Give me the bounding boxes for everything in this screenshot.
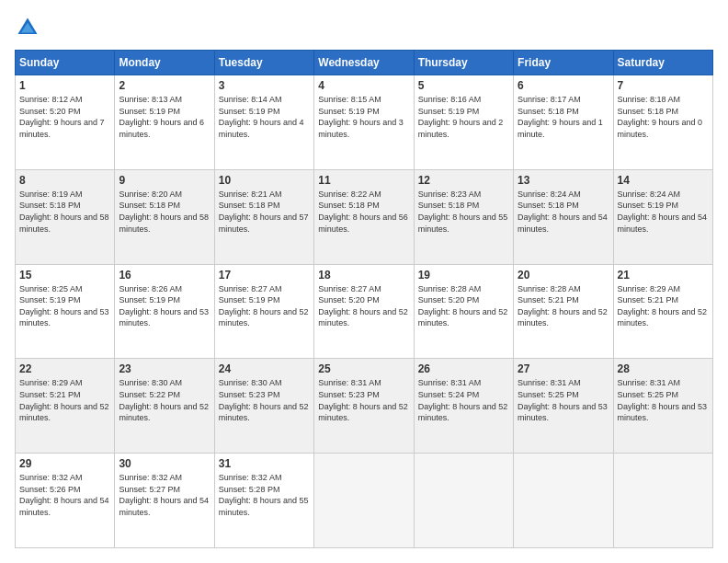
column-header-saturday: Saturday	[613, 51, 712, 75]
column-header-wednesday: Wednesday	[314, 51, 414, 75]
calendar-cell: 19Sunrise: 8:28 AMSunset: 5:20 PMDayligh…	[414, 264, 513, 359]
day-info: Sunrise: 8:16 AMSunset: 5:19 PMDaylight:…	[418, 94, 509, 140]
day-info: Sunrise: 8:21 AMSunset: 5:18 PMDaylight:…	[219, 189, 310, 235]
day-number: 14	[618, 174, 709, 187]
calendar-cell	[514, 454, 613, 548]
calendar-cell: 18Sunrise: 8:27 AMSunset: 5:20 PMDayligh…	[314, 264, 414, 359]
calendar-cell: 14Sunrise: 8:24 AMSunset: 5:19 PMDayligh…	[613, 169, 712, 264]
day-info: Sunrise: 8:28 AMSunset: 5:21 PMDaylight:…	[518, 283, 609, 329]
day-number: 28	[618, 362, 709, 375]
day-number: 20	[518, 269, 609, 282]
day-info: Sunrise: 8:32 AMSunset: 5:26 PMDaylight:…	[19, 472, 110, 518]
calendar-cell: 17Sunrise: 8:27 AMSunset: 5:19 PMDayligh…	[214, 264, 313, 359]
calendar-cell: 5Sunrise: 8:16 AMSunset: 5:19 PMDaylight…	[414, 75, 513, 170]
day-number: 26	[418, 362, 509, 375]
calendar-cell: 29Sunrise: 8:32 AMSunset: 5:26 PMDayligh…	[16, 454, 115, 548]
day-number: 25	[318, 362, 409, 375]
day-info: Sunrise: 8:31 AMSunset: 5:23 PMDaylight:…	[318, 377, 409, 423]
day-info: Sunrise: 8:31 AMSunset: 5:24 PMDaylight:…	[418, 377, 509, 423]
calendar-cell: 10Sunrise: 8:21 AMSunset: 5:18 PMDayligh…	[214, 169, 313, 264]
day-number: 2	[119, 79, 210, 92]
day-number: 19	[418, 269, 509, 282]
calendar-header-row: SundayMondayTuesdayWednesdayThursdayFrid…	[16, 51, 713, 75]
calendar-cell: 25Sunrise: 8:31 AMSunset: 5:23 PMDayligh…	[314, 359, 414, 454]
column-header-thursday: Thursday	[414, 51, 513, 75]
day-info: Sunrise: 8:27 AMSunset: 5:19 PMDaylight:…	[219, 283, 310, 329]
calendar-cell	[314, 454, 414, 548]
calendar-cell: 9Sunrise: 8:20 AMSunset: 5:18 PMDaylight…	[115, 169, 214, 264]
day-info: Sunrise: 8:13 AMSunset: 5:19 PMDaylight:…	[119, 94, 210, 140]
day-number: 12	[418, 174, 509, 187]
day-number: 21	[618, 269, 709, 282]
calendar-cell: 20Sunrise: 8:28 AMSunset: 5:21 PMDayligh…	[514, 264, 613, 359]
calendar-cell: 8Sunrise: 8:19 AMSunset: 5:18 PMDaylight…	[16, 169, 115, 264]
logo	[15, 15, 44, 40]
calendar-cell: 7Sunrise: 8:18 AMSunset: 5:18 PMDaylight…	[613, 75, 712, 170]
day-number: 5	[418, 79, 509, 92]
day-number: 8	[19, 174, 110, 187]
day-info: Sunrise: 8:30 AMSunset: 5:22 PMDaylight:…	[119, 377, 210, 423]
calendar-week-row: 22Sunrise: 8:29 AMSunset: 5:21 PMDayligh…	[16, 359, 713, 454]
day-number: 24	[219, 362, 310, 375]
day-number: 6	[518, 79, 609, 92]
day-number: 27	[518, 362, 609, 375]
calendar-cell: 13Sunrise: 8:24 AMSunset: 5:18 PMDayligh…	[514, 169, 613, 264]
day-number: 4	[318, 79, 409, 92]
day-number: 30	[119, 457, 210, 470]
header	[15, 15, 713, 40]
day-number: 10	[219, 174, 310, 187]
calendar-cell: 22Sunrise: 8:29 AMSunset: 5:21 PMDayligh…	[16, 359, 115, 454]
column-header-friday: Friday	[514, 51, 613, 75]
calendar-table: SundayMondayTuesdayWednesdayThursdayFrid…	[15, 50, 713, 548]
day-info: Sunrise: 8:32 AMSunset: 5:27 PMDaylight:…	[119, 472, 210, 518]
day-info: Sunrise: 8:32 AMSunset: 5:28 PMDaylight:…	[219, 472, 310, 518]
calendar-cell: 6Sunrise: 8:17 AMSunset: 5:18 PMDaylight…	[514, 75, 613, 170]
calendar-cell: 24Sunrise: 8:30 AMSunset: 5:23 PMDayligh…	[214, 359, 313, 454]
day-info: Sunrise: 8:29 AMSunset: 5:21 PMDaylight:…	[618, 283, 709, 329]
calendar-cell: 12Sunrise: 8:23 AMSunset: 5:18 PMDayligh…	[414, 169, 513, 264]
day-number: 31	[219, 457, 310, 470]
day-info: Sunrise: 8:17 AMSunset: 5:18 PMDaylight:…	[518, 94, 609, 140]
calendar-cell: 27Sunrise: 8:31 AMSunset: 5:25 PMDayligh…	[514, 359, 613, 454]
calendar-cell: 28Sunrise: 8:31 AMSunset: 5:25 PMDayligh…	[613, 359, 712, 454]
day-info: Sunrise: 8:14 AMSunset: 5:19 PMDaylight:…	[219, 94, 310, 140]
day-info: Sunrise: 8:31 AMSunset: 5:25 PMDaylight:…	[618, 377, 709, 423]
day-number: 16	[119, 269, 210, 282]
day-number: 3	[219, 79, 310, 92]
day-info: Sunrise: 8:12 AMSunset: 5:20 PMDaylight:…	[19, 94, 110, 140]
calendar-cell: 31Sunrise: 8:32 AMSunset: 5:28 PMDayligh…	[214, 454, 313, 548]
column-header-tuesday: Tuesday	[214, 51, 313, 75]
calendar-cell: 23Sunrise: 8:30 AMSunset: 5:22 PMDayligh…	[115, 359, 214, 454]
day-number: 18	[318, 269, 409, 282]
day-number: 9	[119, 174, 210, 187]
page: SundayMondayTuesdayWednesdayThursdayFrid…	[0, 0, 728, 563]
day-number: 15	[19, 269, 110, 282]
day-number: 29	[19, 457, 110, 470]
calendar-cell: 3Sunrise: 8:14 AMSunset: 5:19 PMDaylight…	[214, 75, 313, 170]
day-info: Sunrise: 8:20 AMSunset: 5:18 PMDaylight:…	[119, 189, 210, 235]
calendar-week-row: 29Sunrise: 8:32 AMSunset: 5:26 PMDayligh…	[16, 454, 713, 548]
day-number: 7	[618, 79, 709, 92]
calendar-cell: 2Sunrise: 8:13 AMSunset: 5:19 PMDaylight…	[115, 75, 214, 170]
day-info: Sunrise: 8:15 AMSunset: 5:19 PMDaylight:…	[318, 94, 409, 140]
day-info: Sunrise: 8:24 AMSunset: 5:18 PMDaylight:…	[518, 189, 609, 235]
day-number: 13	[518, 174, 609, 187]
calendar-cell: 15Sunrise: 8:25 AMSunset: 5:19 PMDayligh…	[16, 264, 115, 359]
calendar-week-row: 8Sunrise: 8:19 AMSunset: 5:18 PMDaylight…	[16, 169, 713, 264]
calendar-cell	[414, 454, 513, 548]
day-info: Sunrise: 8:28 AMSunset: 5:20 PMDaylight:…	[418, 283, 509, 329]
day-number: 17	[219, 269, 310, 282]
calendar-cell: 30Sunrise: 8:32 AMSunset: 5:27 PMDayligh…	[115, 454, 214, 548]
day-info: Sunrise: 8:23 AMSunset: 5:18 PMDaylight:…	[418, 189, 509, 235]
day-info: Sunrise: 8:26 AMSunset: 5:19 PMDaylight:…	[119, 283, 210, 329]
calendar-week-row: 15Sunrise: 8:25 AMSunset: 5:19 PMDayligh…	[16, 264, 713, 359]
calendar-cell: 26Sunrise: 8:31 AMSunset: 5:24 PMDayligh…	[414, 359, 513, 454]
calendar-cell: 21Sunrise: 8:29 AMSunset: 5:21 PMDayligh…	[613, 264, 712, 359]
calendar-cell: 16Sunrise: 8:26 AMSunset: 5:19 PMDayligh…	[115, 264, 214, 359]
day-number: 22	[19, 362, 110, 375]
day-number: 1	[19, 79, 110, 92]
column-header-sunday: Sunday	[16, 51, 115, 75]
calendar-week-row: 1Sunrise: 8:12 AMSunset: 5:20 PMDaylight…	[16, 75, 713, 170]
day-info: Sunrise: 8:24 AMSunset: 5:19 PMDaylight:…	[618, 189, 709, 235]
day-info: Sunrise: 8:19 AMSunset: 5:18 PMDaylight:…	[19, 189, 110, 235]
